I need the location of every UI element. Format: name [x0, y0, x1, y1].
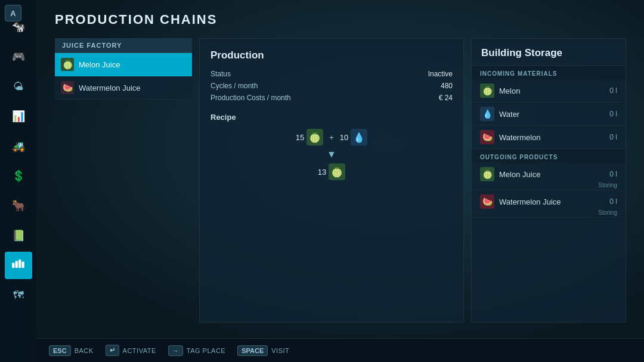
esc-label: BACK — [75, 347, 94, 354]
svg-rect-1 — [16, 261, 18, 268]
production-title: Production — [210, 49, 453, 61]
costs-value: € 24 — [439, 94, 453, 102]
sidebar-item-production[interactable] — [5, 252, 32, 279]
storage-melon-icon: 🍈 — [480, 83, 494, 98]
recipe-output: 13 🍈 — [318, 163, 345, 180]
sidebar-item-weather[interactable]: 🌤 — [5, 73, 32, 100]
storage-water-name: Water — [499, 110, 597, 119]
visit-label: VISIT — [271, 347, 289, 354]
hotkey-visit: SPACE VISIT — [237, 345, 289, 356]
cycles-label: Cycles / month — [210, 82, 258, 90]
sidebar-item-cattle[interactable]: 🐂 — [5, 192, 32, 219]
sidebar-item-stats[interactable]: 📊 — [5, 103, 32, 130]
production-column: Production Status Inactive Cycles / mont… — [199, 38, 464, 323]
storage-water-val: 0 l — [602, 110, 617, 118]
storage-item-watermelon: 🍉 Watermelon 0 l — [472, 126, 626, 149]
hotkey-activate: ↵ ACTIVATE — [106, 345, 156, 356]
sidebar-item-steering[interactable]: 🎮 — [5, 43, 32, 70]
recipe-output-icon: 🍈 — [329, 163, 345, 180]
chain-item-watermelon-juice-label: Watermelon Juice — [79, 83, 141, 92]
a-button[interactable]: A — [5, 5, 21, 21]
storage-melon-juice-out-icon: 🍈 — [480, 167, 494, 181]
recipe-label: Recipe — [210, 113, 453, 122]
recipe-input-melon: 15 🍈 — [296, 129, 323, 146]
chain-item-melon-juice-label: Melon Juice — [79, 60, 120, 69]
cycles-row: Cycles / month 480 — [210, 82, 453, 90]
storage-melon-juice-out-val: 0 l — [602, 170, 617, 178]
storage-watermelon-icon: 🍉 — [480, 130, 494, 144]
storage-watermelon-juice-out-name: Watermelon Juice — [499, 197, 597, 206]
outgoing-section-header: OUTGOING PRODUCTS — [472, 149, 626, 163]
recipe-arrow-down: ▼ — [327, 149, 336, 160]
status-label: Status — [210, 70, 231, 78]
sidebar: 🐄 🎮 🌤 📊 🚜 💲 🐂 📗 🗺 — [0, 0, 37, 362]
storage-melon-juice-out-name: Melon Juice — [499, 170, 597, 179]
bottom-bar: ESC BACK ↵ ACTIVATE → TAG PLACE SPACE VI… — [37, 338, 644, 362]
storage-watermelon-val: 0 l — [602, 133, 617, 141]
sidebar-item-book[interactable]: 📗 — [5, 222, 32, 249]
chain-list-column: JUICE FACTORY 🍈 Melon Juice 🍉 Watermelon… — [55, 38, 192, 323]
storage-watermelon-juice-out-sub: Storing — [598, 209, 617, 216]
chain-item-melon-juice[interactable]: 🍈 Melon Juice — [55, 53, 192, 76]
activate-label: ACTIVATE — [123, 347, 156, 354]
storage-watermelon-juice-out-val: 0 l — [602, 197, 617, 206]
incoming-section: INCOMING MATERIALS 🍈 Melon 0 l 💧 Water 0… — [472, 66, 626, 149]
main-content: PRODUCTION CHAINS JUICE FACTORY 🍈 Melon … — [37, 0, 644, 338]
recipe-input2-amount: 10 — [340, 133, 348, 142]
sidebar-item-tractor[interactable]: 🚜 — [5, 132, 32, 160]
chain-list-header: JUICE FACTORY — [55, 38, 192, 53]
storage-title: Building Storage — [472, 39, 626, 66]
svg-rect-0 — [12, 263, 14, 268]
recipe-input1-amount: 15 — [296, 133, 304, 142]
status-value: Inactive — [428, 70, 453, 78]
costs-row: Production Costs / month € 24 — [210, 94, 453, 102]
hotkey-tag: → TAG PLACE — [168, 345, 225, 356]
incoming-section-header: INCOMING MATERIALS — [472, 66, 626, 79]
storage-melon-val: 0 l — [602, 86, 617, 95]
cycles-value: 480 — [441, 82, 453, 90]
visit-key[interactable]: SPACE — [237, 345, 268, 356]
storage-item-watermelon-juice-out: 🍉 Watermelon Juice 0 l Storing — [472, 190, 626, 218]
storage-water-icon: 💧 — [480, 107, 494, 121]
storage-item-water: 💧 Water 0 l — [472, 103, 626, 126]
storage-item-melon-juice-out: 🍈 Melon Juice 0 l Storing — [472, 163, 626, 190]
production-icon — [11, 258, 26, 273]
recipe-output-amount: 13 — [318, 168, 326, 177]
hotkey-esc: ESC BACK — [49, 345, 94, 356]
chain-item-watermelon-juice[interactable]: 🍉 Watermelon Juice — [55, 76, 192, 100]
svg-rect-3 — [21, 262, 24, 268]
watermelon-juice-icon: 🍉 — [61, 81, 74, 94]
outgoing-section: OUTGOING PRODUCTS 🍈 Melon Juice 0 l Stor… — [472, 149, 626, 218]
recipe-plus: + — [329, 133, 334, 142]
recipe-input1-icon: 🍈 — [306, 129, 323, 146]
recipe-visual: 15 🍈 + 10 💧 ▼ 13 🍈 — [210, 129, 453, 180]
svg-rect-2 — [18, 259, 21, 268]
recipe-input2-icon: 💧 — [351, 129, 367, 146]
columns-container: JUICE FACTORY 🍈 Melon Juice 🍉 Watermelon… — [55, 38, 626, 323]
recipe-input-water: 10 💧 — [340, 129, 367, 146]
sidebar-item-money[interactable]: 💲 — [5, 162, 32, 190]
storage-column: Building Storage INCOMING MATERIALS 🍈 Me… — [471, 38, 626, 323]
page-title: PRODUCTION CHAINS — [55, 12, 626, 27]
activate-key[interactable]: ↵ — [106, 345, 119, 356]
storage-item-melon: 🍈 Melon 0 l — [472, 79, 626, 103]
costs-label: Production Costs / month — [210, 94, 291, 102]
storage-melon-juice-out-sub: Storing — [598, 182, 617, 188]
tag-label: TAG PLACE — [187, 347, 225, 354]
storage-melon-name: Melon — [499, 86, 597, 95]
sidebar-item-map[interactable]: 🗺 — [5, 281, 32, 309]
esc-key[interactable]: ESC — [49, 345, 71, 356]
melon-juice-icon: 🍈 — [61, 58, 74, 71]
recipe-inputs: 15 🍈 + 10 💧 — [296, 129, 368, 146]
status-row: Status Inactive — [210, 70, 453, 78]
tag-key[interactable]: → — [168, 345, 183, 356]
storage-watermelon-name: Watermelon — [499, 133, 597, 142]
recipe-section: Recipe 15 🍈 + 10 💧 ▼ — [210, 113, 453, 180]
storage-watermelon-juice-out-icon: 🍉 — [480, 194, 494, 209]
